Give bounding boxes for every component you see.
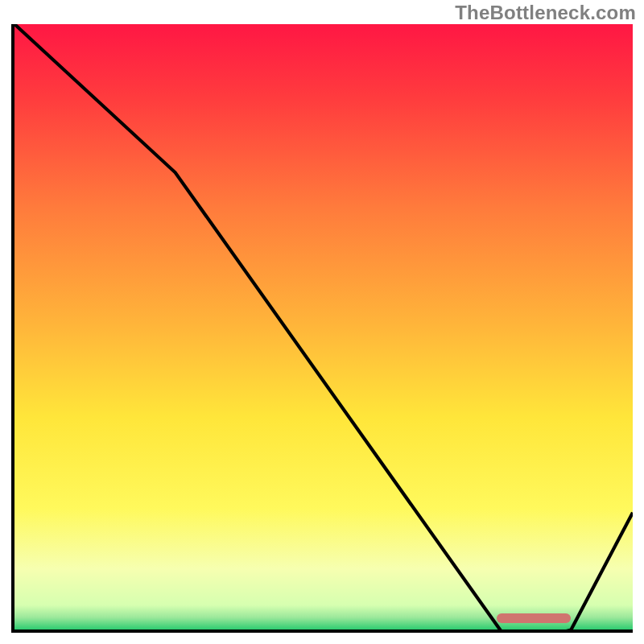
chart-stage: TheBottleneck.com <box>0 0 644 644</box>
optimum-band-marker <box>497 613 571 623</box>
bottleneck-curve <box>14 24 633 633</box>
plot-area <box>11 24 633 633</box>
watermark-text: TheBottleneck.com <box>455 2 636 24</box>
